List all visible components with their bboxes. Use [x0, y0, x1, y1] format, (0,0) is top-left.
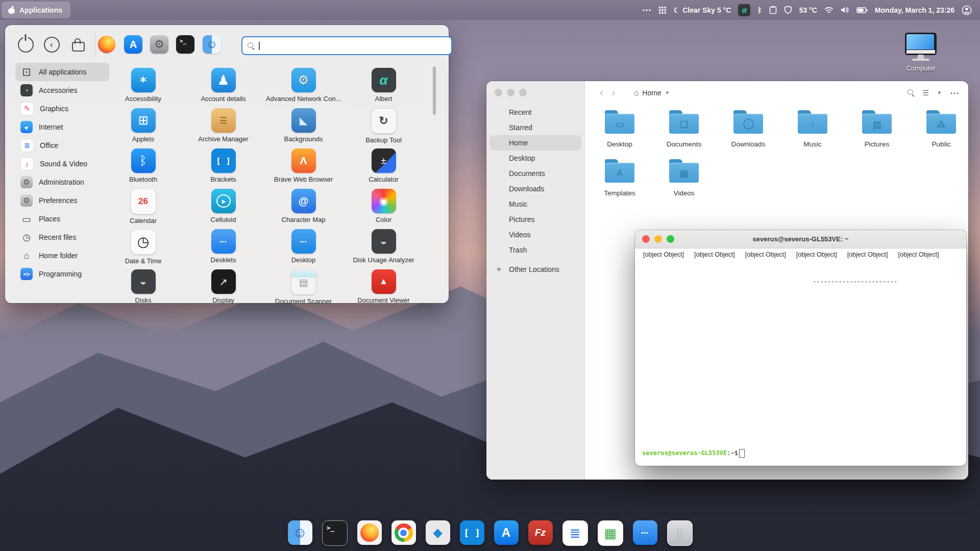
lock-screen-button[interactable]	[68, 35, 88, 54]
app-item[interactable]: Bluetooth	[103, 148, 183, 189]
cpu-temperature[interactable]: 53 °C	[799, 6, 817, 14]
dock-chrome-icon[interactable]	[391, 520, 416, 545]
folder-item[interactable]: Documents	[652, 110, 716, 159]
logout-button[interactable]: ‹	[42, 35, 61, 54]
search-input[interactable]	[264, 41, 447, 51]
terminal-shortcut[interactable]	[176, 35, 195, 54]
breadcrumb[interactable]: ⌂ Home ▼	[634, 88, 670, 97]
dock-firefox-icon[interactable]	[357, 520, 382, 545]
forward-button[interactable]: ›	[607, 87, 619, 98]
app-item[interactable]: Backgrounds	[263, 108, 344, 148]
user-account-icon[interactable]	[962, 5, 972, 15]
category-item[interactable]: Administration	[15, 173, 109, 191]
folder-item[interactable]: Videos	[652, 159, 716, 208]
bluetooth-icon[interactable]: ᛒ	[757, 7, 762, 14]
close-button[interactable]	[642, 235, 650, 243]
maximize-button[interactable]	[667, 235, 674, 243]
category-item[interactable]: Accessories	[15, 81, 109, 99]
sidebar-item[interactable]: Desktop	[489, 151, 581, 166]
dock-vscode-icon[interactable]	[426, 520, 450, 545]
applications-menu[interactable]: Applications	[2, 2, 70, 18]
scrollbar[interactable]	[433, 66, 436, 115]
sidebar-item[interactable]: Recent	[489, 105, 581, 120]
app-item[interactable]: Disks	[103, 269, 183, 310]
overflow-dots-icon[interactable]	[642, 7, 651, 14]
maximize-button[interactable]	[519, 89, 527, 96]
folder-item[interactable]: Pictures	[845, 110, 909, 159]
dock-writer-icon[interactable]	[562, 520, 588, 546]
sidebar-item[interactable]: Trash	[489, 242, 581, 258]
menu-item[interactable]: [object Object]	[847, 251, 888, 258]
category-item[interactable]: Home folder	[15, 246, 109, 265]
category-item[interactable]: Graphics	[15, 99, 109, 118]
category-item[interactable]: All applications	[15, 63, 109, 81]
menu-item[interactable]: [object Object]	[898, 251, 939, 258]
category-item[interactable]: Sound & Video	[15, 155, 109, 173]
dock-filezilla-icon[interactable]	[528, 520, 553, 545]
power-button[interactable]	[16, 35, 35, 54]
sidebar-item[interactable]: Music	[489, 196, 581, 212]
app-item[interactable]: Desktop	[263, 229, 344, 269]
category-item[interactable]: Programming	[15, 265, 109, 283]
albert-tray-icon[interactable]: α	[738, 4, 750, 16]
list-view-icon[interactable]: ☰	[923, 89, 929, 97]
menu-item[interactable]: [object Object]	[745, 251, 786, 258]
app-search[interactable]	[241, 36, 452, 55]
app-item[interactable]: Character Map	[263, 189, 344, 229]
app-item[interactable]: Desklets	[183, 229, 263, 269]
terminal-titlebar[interactable]: severus@severus-GL553VE: ~	[635, 230, 966, 248]
sidebar-item[interactable]: Starred	[489, 120, 581, 135]
app-grid-icon[interactable]	[658, 6, 667, 14]
clipboard-icon[interactable]	[769, 6, 777, 14]
close-button[interactable]	[495, 89, 502, 96]
shield-icon[interactable]	[784, 6, 792, 14]
dock-desklets-icon[interactable]	[633, 520, 657, 545]
app-item[interactable]: Backup Tool	[344, 108, 424, 148]
app-item[interactable]: Account details	[183, 68, 263, 108]
desktop-computer-icon[interactable]: Computer	[899, 33, 942, 72]
sidebar-item[interactable]: Downloads	[489, 181, 581, 196]
app-item[interactable]: Accessibility	[103, 68, 183, 108]
app-item[interactable]: Date & Time	[103, 229, 183, 269]
sidebar-item[interactable]: Documents	[489, 166, 581, 181]
menu-item[interactable]: [object Object]	[694, 251, 735, 258]
clock[interactable]: Monday, March 1, 23:26	[875, 6, 954, 14]
app-item[interactable]: Archive Manager	[183, 108, 263, 148]
app-item[interactable]: Albert	[344, 68, 424, 108]
dock-finder-icon[interactable]	[288, 520, 312, 545]
app-item[interactable]: Display	[183, 269, 263, 310]
folder-item[interactable]: Templates	[587, 159, 652, 208]
category-item[interactable]: Places	[15, 210, 109, 228]
firefox-shortcut[interactable]	[97, 35, 116, 54]
folder-item[interactable]: Desktop	[587, 110, 652, 159]
back-button[interactable]: ‹	[596, 87, 607, 98]
app-item[interactable]: Advanced Network Con...	[263, 68, 344, 108]
settings-shortcut[interactable]	[150, 35, 169, 54]
app-item[interactable]: Color	[344, 189, 424, 229]
app-item[interactable]: Calendar	[103, 189, 183, 229]
dock-appstore-icon[interactable]	[494, 520, 519, 545]
dock-brackets-icon[interactable]	[460, 520, 484, 545]
more-menu-icon[interactable]: ⋯	[950, 88, 959, 98]
wifi-icon[interactable]	[824, 7, 834, 14]
dock-calc-icon[interactable]	[598, 520, 623, 546]
weather-applet[interactable]: ☾ Clear Sky 5 °C	[674, 6, 731, 14]
app-item[interactable]: Celluloid	[183, 189, 263, 229]
minimize-button[interactable]	[507, 89, 514, 96]
app-item[interactable]: Calculator	[344, 148, 424, 189]
app-item[interactable]: Brackets	[183, 148, 263, 189]
terminal-content[interactable]: ----------------------- severus@severus-…	[635, 261, 966, 466]
dock-trash-icon[interactable]	[667, 520, 693, 546]
app-item[interactable]: Document Scanner	[263, 269, 344, 310]
category-item[interactable]: Office	[15, 136, 109, 155]
minimize-button[interactable]	[654, 235, 662, 243]
folder-item[interactable]: Downloads	[716, 110, 780, 159]
category-item[interactable]: Internet	[15, 118, 109, 136]
sidebar-item[interactable]: Videos	[489, 227, 581, 242]
app-item[interactable]: Brave Web Browser	[263, 148, 344, 189]
app-item[interactable]: Applets	[103, 108, 183, 148]
folder-item[interactable]: Music	[780, 110, 845, 159]
app-item[interactable]: Disk Usage Analyzer	[344, 229, 424, 269]
category-item[interactable]: Recent files	[15, 228, 109, 246]
volume-icon[interactable]	[841, 6, 849, 14]
